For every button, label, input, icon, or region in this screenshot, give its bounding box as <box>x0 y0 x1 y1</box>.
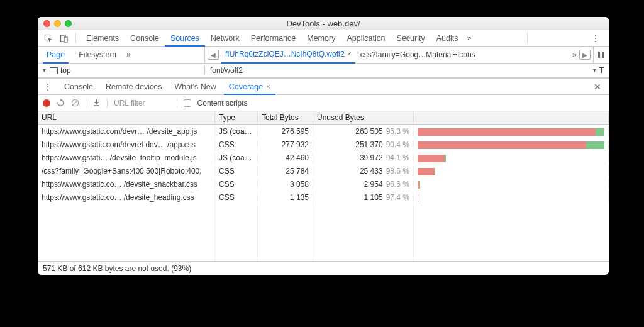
drawer-tab-coverage[interactable]: Coverage× <box>224 78 275 95</box>
drawer-tab-strip: ⋮ ConsoleRemote devicesWhat's NewCoverag… <box>38 78 609 95</box>
table-row[interactable]: https://www.gstatic.co… /devsite_heading… <box>38 191 609 204</box>
main-tab-strip: ElementsConsoleSourcesNetworkPerformance… <box>38 30 609 47</box>
svg-rect-4 <box>602 52 604 58</box>
tree-root[interactable]: ▼ top <box>38 66 205 75</box>
navigator-tab-filesystem[interactable]: Filesystem <box>75 47 120 64</box>
cell-bar <box>414 192 609 202</box>
tab-application[interactable]: Application <box>341 30 391 47</box>
cell-total-bytes: 25 784 <box>258 166 313 176</box>
export-icon[interactable] <box>92 99 101 107</box>
history-forward-icon[interactable]: ▶ <box>579 50 591 60</box>
tab-sources[interactable]: Sources <box>165 30 205 47</box>
col-total[interactable]: Total Bytes <box>258 111 313 124</box>
record-icon[interactable] <box>43 99 50 107</box>
cell-bar <box>414 139 609 150</box>
cell-total-bytes: 276 595 <box>258 126 313 136</box>
navigator-tabs: PageFilesystem» <box>38 47 205 63</box>
content-summary: font/woff2 <box>210 66 243 75</box>
coverage-toolbar: URL filter Content scripts <box>38 95 609 111</box>
cell-url: https://www.gstatic.com/devrel-dev… /app… <box>38 140 215 150</box>
main-tabs-overflow-icon[interactable]: » <box>467 34 471 43</box>
open-files-overflow-icon[interactable]: » <box>572 50 577 59</box>
table-row[interactable]: https://www.gstati… /devsite_tooltip_mod… <box>38 151 609 164</box>
drawer-tab-console[interactable]: Console <box>59 78 98 95</box>
reload-icon[interactable] <box>57 99 65 107</box>
url-filter-input[interactable]: URL filter <box>114 99 145 108</box>
coverage-status-bar: 571 KB of 612 KB bytes are not used. (93… <box>38 261 609 275</box>
svg-rect-2 <box>64 37 67 42</box>
cell-bar <box>414 152 609 163</box>
maximize-icon[interactable] <box>65 20 72 27</box>
cell-url: https://www.gstati… /devsite_tooltip_mod… <box>38 153 215 163</box>
sources-subheader: PageFilesystem» ◀ fIUhRq6tzZclQEJ…NcIhQ8… <box>38 47 609 64</box>
cell-unused-bytes: 25 43398.6 % <box>313 166 414 176</box>
pause-icon[interactable] <box>594 47 609 63</box>
cell-type: JS (coa… <box>215 153 258 163</box>
cell-total-bytes: 1 135 <box>258 192 313 202</box>
col-url[interactable]: URL <box>38 111 215 124</box>
content-scripts-label: Content scripts <box>197 99 248 108</box>
table-row[interactable]: https://www.gstatic.com/devrel-dev… /app… <box>38 138 609 151</box>
cell-type: CSS <box>215 140 258 150</box>
close-icon[interactable] <box>43 20 50 27</box>
cell-unused-bytes: 263 50595.3 % <box>313 126 414 136</box>
open-file-tab[interactable]: fIUhRq6tzZclQEJ…NcIhQ8tQ.woff2× <box>221 47 355 64</box>
cell-type: JS (coa… <box>215 126 258 136</box>
tab-memory[interactable]: Memory <box>301 30 341 47</box>
titlebar: DevTools - web.dev/ <box>38 17 609 30</box>
cell-unused-bytes: 2 95496.6 % <box>313 179 414 189</box>
col-type[interactable]: Type <box>215 111 258 124</box>
minimize-icon[interactable] <box>54 20 61 27</box>
inspect-icon[interactable] <box>42 34 55 43</box>
cell-url: /css?family=Google+Sans:400,500|Roboto:4… <box>38 166 215 176</box>
cell-bar <box>414 179 609 189</box>
open-files-strip: ◀ fIUhRq6tzZclQEJ…NcIhQ8tQ.woff2×css?fam… <box>205 47 594 63</box>
drawer-tab-what-s-new[interactable]: What's New <box>170 78 221 95</box>
sources-content-row: ▼ top font/woff2 ▼ T <box>38 64 609 78</box>
status-text: 571 KB of 612 KB bytes are not used. (93… <box>43 264 191 273</box>
coverage-grid: URL Type Total Bytes Unused Bytes https:… <box>38 111 609 261</box>
close-icon[interactable]: × <box>347 50 352 58</box>
open-file-tab[interactable]: css?family=Goog…Material+Icons <box>357 47 479 64</box>
table-row[interactable]: https://www.gstatic.co… /devsite_snackba… <box>38 177 609 191</box>
navigator-overflow-icon[interactable]: » <box>126 50 131 59</box>
main-menu-icon[interactable]: ⋮ <box>586 33 605 43</box>
cell-bar <box>414 126 609 136</box>
open-file-label: fIUhRq6tzZclQEJ…NcIhQ8tQ.woff2 <box>225 50 345 58</box>
col-unused[interactable]: Unused Bytes <box>313 111 414 124</box>
tab-console[interactable]: Console <box>125 30 165 47</box>
cell-type: CSS <box>215 166 258 176</box>
device-mode-icon[interactable] <box>57 34 71 43</box>
table-row[interactable]: https://www.gstatic.com/devr… /devsite_a… <box>38 125 609 138</box>
tree-top-label: top <box>60 66 71 75</box>
drawer-menu-icon[interactable]: ⋮ <box>42 82 54 91</box>
cell-bar <box>414 165 609 176</box>
frame-icon <box>50 67 58 74</box>
cell-total-bytes: 277 932 <box>258 140 313 150</box>
cell-unused-bytes: 39 97294.1 % <box>313 153 414 163</box>
cell-type: CSS <box>215 179 258 189</box>
cell-url: https://www.gstatic.com/devr… /devsite_a… <box>38 126 215 136</box>
tab-network[interactable]: Network <box>205 30 245 47</box>
cell-unused-bytes: 1 10597.4 % <box>313 192 414 202</box>
svg-rect-3 <box>598 52 600 58</box>
close-icon[interactable]: × <box>266 82 270 91</box>
content-scripts-checkbox[interactable] <box>184 99 191 107</box>
tab-performance[interactable]: Performance <box>245 30 302 47</box>
tab-security[interactable]: Security <box>391 30 431 47</box>
tab-elements[interactable]: Elements <box>80 30 125 47</box>
drawer-close-icon[interactable]: ✕ <box>590 82 605 92</box>
history-back-icon[interactable]: ◀ <box>208 50 219 60</box>
cell-url: https://www.gstatic.co… /devsite_snackba… <box>38 179 215 189</box>
table-header: URL Type Total Bytes Unused Bytes <box>38 111 609 125</box>
cell-type: CSS <box>215 192 258 202</box>
chevron-down-icon: ▼ <box>42 67 47 74</box>
drawer-tab-remote-devices[interactable]: Remote devices <box>101 78 167 95</box>
navigator-tab-page[interactable]: Page <box>43 47 69 64</box>
svg-line-6 <box>73 101 77 105</box>
cell-unused-bytes: 251 37090.4 % <box>313 140 414 150</box>
table-row[interactable]: /css?family=Google+Sans:400,500|Roboto:4… <box>38 164 609 177</box>
clear-icon[interactable] <box>71 99 79 107</box>
watch-toggle[interactable]: ▼ T <box>592 66 604 75</box>
tab-audits[interactable]: Audits <box>431 30 464 47</box>
